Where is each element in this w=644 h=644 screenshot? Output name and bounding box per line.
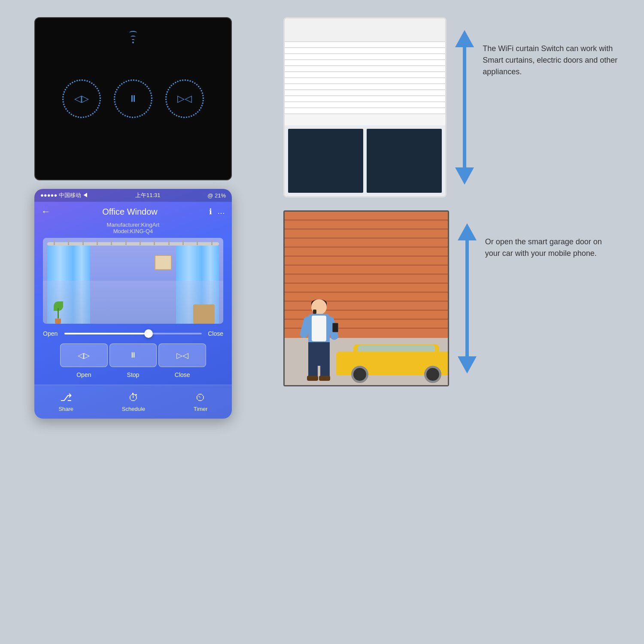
wifi-arc-medium — [131, 36, 136, 38]
wifi-icon — [129, 31, 137, 43]
switch-open-icon: ◁▷ — [74, 93, 89, 104]
garage-slat — [285, 221, 448, 230]
close-button-label: Close — [158, 371, 206, 378]
share-icon: ⎇ — [60, 392, 72, 404]
shutter-slat — [285, 60, 445, 66]
garage-description-area: Or open the smart garage door on your ca… — [485, 210, 618, 259]
arrow-up-icon — [455, 30, 474, 47]
curtain-hooks — [47, 240, 219, 245]
person-right-shoe — [319, 376, 330, 381]
garage-slat — [285, 230, 448, 239]
shutter-slat — [285, 84, 445, 90]
shutter-housing — [285, 18, 445, 42]
app-header: ← Office Window ℹ … — [34, 202, 232, 222]
open-button[interactable]: ◁▷ — [60, 343, 108, 367]
header-icons: ℹ … — [209, 207, 225, 216]
close-button[interactable]: ▷◁ — [158, 343, 206, 367]
stop-button[interactable]: ⏸ — [109, 343, 157, 367]
garage-slat — [285, 239, 448, 248]
garage-arrow-down-icon — [458, 356, 477, 374]
window-area — [285, 125, 445, 196]
roller-shutter-image — [283, 17, 447, 197]
close-label: Close — [206, 330, 223, 337]
shutter-slat — [285, 78, 445, 84]
left-column: ◁▷ ⏸ ▷◁ ●●●●● 中国移动 ◀ 上午11:31 @ 21% ← Off… — [34, 17, 236, 419]
slider-thumb[interactable] — [144, 329, 153, 338]
switch-buttons-row: ◁▷ ⏸ ▷◁ — [62, 79, 204, 118]
garage-slat — [285, 275, 448, 284]
share-label: Share — [58, 406, 73, 412]
nightstand-decoration — [193, 304, 215, 324]
open-button-label: Open — [60, 371, 108, 378]
arrow-line — [463, 47, 466, 167]
more-options-icon[interactable]: … — [217, 207, 225, 216]
timer-label: Timer — [194, 406, 208, 412]
car-illustration — [336, 340, 449, 383]
garage-slat — [285, 212, 448, 221]
position-slider[interactable] — [64, 333, 202, 334]
shutter-slat — [285, 90, 445, 96]
back-button[interactable]: ← — [41, 206, 51, 217]
shutter-slat — [285, 48, 445, 54]
phone-app: ●●●●● 中国移动 ◀ 上午11:31 @ 21% ← Office Wind… — [34, 189, 232, 419]
window-pane-right — [367, 129, 442, 193]
open-label: Open — [43, 330, 60, 337]
share-nav-item[interactable]: ⎇ Share — [58, 392, 73, 412]
person-holding-phone — [332, 323, 338, 332]
garage-slat — [285, 248, 448, 257]
shutter-section: The WiFi curtain Switch can work with Sm… — [283, 17, 618, 197]
bottom-navigation: ⎇ Share ⏱ Schedule ⏲ Timer — [34, 385, 232, 419]
plant-decoration — [52, 298, 64, 324]
person-beard — [313, 310, 316, 314]
control-button-labels: Open Stop Close — [34, 369, 232, 385]
wifi-arc-small — [132, 39, 134, 41]
person-illustration — [302, 299, 336, 381]
timer-nav-item[interactable]: ⏲ Timer — [194, 392, 208, 412]
schedule-icon: ⏱ — [128, 392, 139, 404]
garage-slat — [285, 266, 448, 275]
garage-description: Or open the smart garage door on your ca… — [485, 236, 618, 259]
shutter-description: The WiFi curtain Switch can work with Sm… — [483, 43, 618, 78]
shutter-slat — [285, 72, 445, 78]
control-buttons-row: ◁▷ ⏸ ▷◁ — [34, 343, 232, 369]
shutter-description-area: The WiFi curtain Switch can work with Sm… — [483, 17, 618, 78]
curtain-slider-section: Open Close — [34, 324, 232, 343]
shutter-arrows — [455, 17, 474, 197]
garage-door-image — [283, 210, 449, 386]
info-icon[interactable]: ℹ — [209, 207, 212, 216]
picture-frame-decoration — [155, 255, 172, 270]
app-title: Office Window — [102, 207, 158, 217]
switch-open-button[interactable]: ◁▷ — [62, 79, 101, 118]
close-icon: ▷◁ — [176, 351, 188, 360]
device-info: Manufacturer:KingArt Model:KING-Q4 — [34, 222, 232, 234]
shutter-slat — [285, 66, 445, 72]
battery-indicator: @ 21% — [207, 192, 226, 199]
switch-close-button[interactable]: ▷◁ — [165, 79, 204, 118]
right-column: The WiFi curtain Switch can work with Sm… — [283, 17, 618, 386]
clock: 上午11:31 — [135, 191, 161, 199]
garage-section: Or open the smart garage door on your ca… — [283, 210, 618, 386]
schedule-nav-item[interactable]: ⏱ Schedule — [122, 392, 145, 412]
switch-stop-icon: ⏸ — [128, 93, 138, 104]
status-bar: ●●●●● 中国移动 ◀ 上午11:31 @ 21% — [34, 189, 232, 202]
garage-slat — [285, 284, 448, 293]
wifi-arc-large — [129, 31, 137, 35]
open-icon: ◁▷ — [78, 351, 90, 360]
shutter-slat — [285, 96, 445, 102]
shutter-slat — [285, 54, 445, 60]
garage-arrows — [458, 210, 477, 386]
switch-stop-button[interactable]: ⏸ — [114, 79, 152, 118]
garage-slat — [285, 257, 448, 266]
stop-icon: ⏸ — [129, 351, 137, 360]
person-left-shoe — [307, 376, 318, 381]
garage-arrow-line — [465, 240, 469, 356]
person-shirt — [312, 316, 326, 341]
shutter-slat — [285, 102, 445, 108]
stop-button-label: Stop — [109, 371, 157, 378]
shutter-slat — [285, 108, 445, 114]
schedule-label: Schedule — [122, 406, 145, 412]
garage-arrow-up-icon — [458, 223, 477, 240]
car-wheel-right — [424, 366, 441, 383]
shutter-slats-area — [285, 42, 445, 128]
car-wheel-left — [351, 366, 368, 383]
